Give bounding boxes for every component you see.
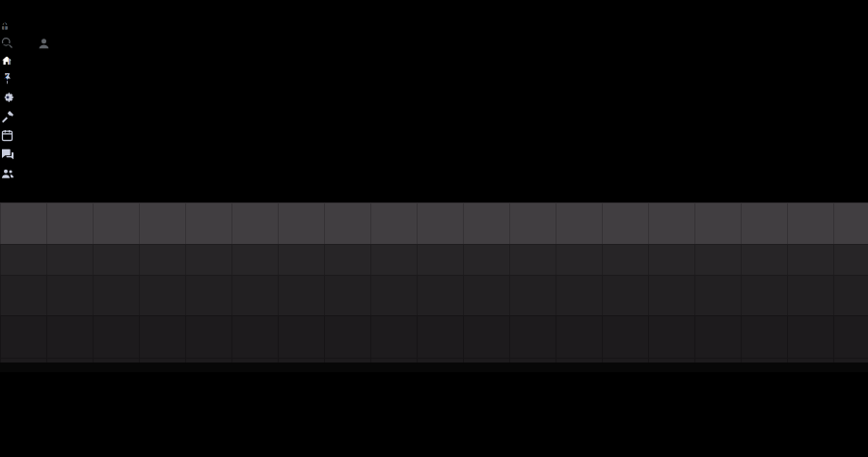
browser-window: new | Gather × + — □ × ← → ↻ gather.town… bbox=[0, 0, 868, 457]
participants-count: 25 bbox=[0, 185, 868, 202]
people-icon bbox=[0, 166, 15, 181]
settings-button[interactable] bbox=[0, 90, 868, 109]
tab-title: new | Gather bbox=[0, 0, 88, 16]
gather-app: 1 25 bbox=[0, 54, 868, 457]
chat-notification-badge: 1 bbox=[19, 148, 28, 165]
chat-button[interactable]: 1 bbox=[0, 147, 868, 166]
minimize-button[interactable]: — bbox=[0, 35, 868, 52]
doorway bbox=[0, 372, 37, 413]
gear-icon bbox=[0, 90, 15, 105]
calendar-icon bbox=[0, 128, 14, 143]
window-controls: — □ × bbox=[0, 35, 868, 87]
browser-tab[interactable]: new | Gather × bbox=[0, 0, 868, 17]
calendar-button[interactable] bbox=[0, 128, 868, 147]
doorway bbox=[0, 413, 30, 453]
new-tab-button[interactable]: + bbox=[0, 17, 868, 35]
close-button[interactable]: × bbox=[0, 69, 868, 87]
build-button[interactable] bbox=[0, 109, 868, 128]
maximize-button[interactable]: □ bbox=[0, 52, 868, 69]
floor-tiles bbox=[0, 315, 868, 363]
chat-icon bbox=[0, 147, 15, 162]
participants-button[interactable] bbox=[0, 166, 868, 185]
hammer-icon bbox=[0, 109, 15, 124]
floor-tiles bbox=[0, 275, 868, 315]
tab-close-icon[interactable]: × bbox=[93, 0, 101, 16]
window-titlebar: new | Gather × + — □ × bbox=[0, 0, 868, 26]
floor-dark bbox=[0, 363, 868, 372]
game-canvas[interactable]: EXIT EXIT EXIT bbox=[0, 202, 868, 457]
doorway bbox=[0, 453, 44, 457]
floor-tiles bbox=[0, 202, 868, 244]
floor-tiles bbox=[0, 244, 868, 275]
